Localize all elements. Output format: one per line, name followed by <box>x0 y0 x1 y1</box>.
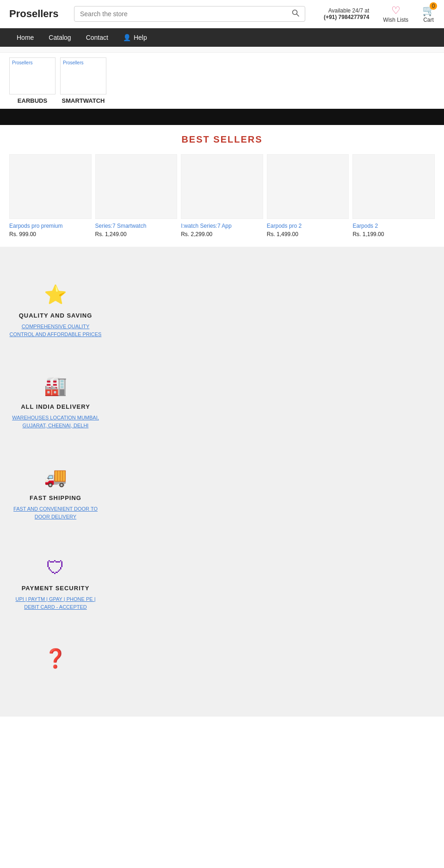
best-sellers-title: BEST SELLERS <box>9 134 435 145</box>
product-price-2: Rs. 2,299.00 <box>181 231 263 237</box>
cart-label: Cart <box>423 17 434 23</box>
product-name-0: Earpods pro premium <box>9 223 92 229</box>
product-img-4 <box>352 154 435 219</box>
nav: Home Catalog Contact 👤 Help <box>0 28 444 47</box>
feature-item-2: 🚚 FAST SHIPPING FAST AND CONVENIENT DOOR… <box>9 448 102 539</box>
smartwatch-img: Prosellers <box>60 57 106 94</box>
help-icon: ❓ <box>44 648 67 669</box>
earbuds-name: EARBUDS <box>9 97 56 104</box>
product-card-3[interactable]: Earpods pro 2 Rs. 1,499.00 <box>267 154 349 237</box>
search-bar[interactable] <box>74 6 305 22</box>
category-section: Prosellers EARBUDS Prosellers SMARTWATCH <box>0 53 444 109</box>
feature-item-3: 🛡 PAYMENT SECURITY UPI | PAYTM | GPAY | … <box>9 539 102 629</box>
best-sellers-section: BEST SELLERS Earpods pro premium Rs. 999… <box>0 125 444 247</box>
warehouse-icon: 🏭 <box>44 375 67 397</box>
features-section: ⭐ QUALITY AND SAVING COMPREHENSIVE QUALI… <box>0 247 444 717</box>
person-icon: 👤 <box>123 34 131 41</box>
product-name-1: Series:7 Smartwatch <box>95 223 178 229</box>
product-img-2 <box>181 154 263 219</box>
breadcrumb <box>0 47 444 53</box>
product-card-4[interactable]: Earpods 2 Rs. 1,199.00 <box>352 154 435 237</box>
product-img-3 <box>267 154 349 219</box>
category-earbuds[interactable]: Prosellers EARBUDS <box>9 57 56 104</box>
cart-button[interactable]: 🛒 0 Cart <box>422 5 435 23</box>
nav-help[interactable]: 👤 Help <box>116 28 154 47</box>
header-right: Available 24/7 at (+91) 7984277974 ♡ Wis… <box>324 5 435 23</box>
earbuds-brand: Prosellers <box>12 60 32 65</box>
feature-desc-3: UPI | PAYTM | GPAY | PHONE PE | DEBIT CA… <box>9 595 102 611</box>
product-card-1[interactable]: Series:7 Smartwatch Rs. 1,249.00 <box>95 154 178 237</box>
truck-icon: 🚚 <box>44 466 67 488</box>
feature-title-0: QUALITY AND SAVING <box>19 312 92 319</box>
feature-item-0: ⭐ QUALITY AND SAVING COMPREHENSIVE QUALI… <box>9 265 102 356</box>
product-price-1: Rs. 1,249.00 <box>95 231 178 237</box>
nav-catalog[interactable]: Catalog <box>41 28 78 47</box>
product-name-4: Earpods 2 <box>352 223 435 229</box>
search-input[interactable] <box>80 10 292 18</box>
feature-desc-1: WAREHOUSES LOCATION MUMBAI, GUJARAT, CHE… <box>9 414 102 429</box>
product-card-2[interactable]: I:watch Series:7 App Rs. 2,299.00 <box>181 154 263 237</box>
search-icon[interactable] <box>292 9 299 19</box>
products-grid: Earpods pro premium Rs. 999.00 Series:7 … <box>9 154 435 237</box>
nav-home[interactable]: Home <box>9 28 41 47</box>
product-price-3: Rs. 1,499.00 <box>267 231 349 237</box>
category-smartwatch[interactable]: Prosellers SMARTWATCH <box>60 57 106 104</box>
nav-contact[interactable]: Contact <box>79 28 116 47</box>
heart-icon: ♡ <box>391 5 401 17</box>
available-text: Available 24/7 at <box>324 7 369 14</box>
feature-item-4: ❓ <box>9 629 102 698</box>
product-price-4: Rs. 1,199.00 <box>352 231 435 237</box>
smartwatch-brand: Prosellers <box>63 60 83 65</box>
feature-desc-0: COMPREHENSIVE QUALITY CONTROL AND AFFORD… <box>9 323 102 338</box>
product-img-1 <box>95 154 178 219</box>
earbuds-img: Prosellers <box>9 57 56 94</box>
product-img-0 <box>9 154 92 219</box>
svg-line-1 <box>297 14 299 17</box>
cart-badge: 0 <box>430 2 437 10</box>
feature-title-2: FAST SHIPPING <box>30 494 81 501</box>
feature-desc-2: FAST AND CONVENIENT DOOR TO DOOR DELIVER… <box>9 505 102 520</box>
header: Prosellers Available 24/7 at (+91) 79842… <box>0 0 444 28</box>
feature-title-1: ALL INDIA DELIVERY <box>21 403 90 410</box>
star-icon: ⭐ <box>44 284 67 306</box>
phone-text: (+91) 7984277974 <box>324 14 369 20</box>
wishlist-button[interactable]: ♡ Wish Lists <box>383 5 408 23</box>
product-price-0: Rs. 999.00 <box>9 231 92 237</box>
black-divider <box>0 109 444 125</box>
contact-info: Available 24/7 at (+91) 7984277974 <box>324 7 369 20</box>
logo: Prosellers <box>9 8 65 20</box>
product-name-2: I:watch Series:7 App <box>181 223 263 229</box>
wishlist-label: Wish Lists <box>383 17 408 23</box>
smartwatch-name: SMARTWATCH <box>60 97 106 104</box>
feature-title-3: PAYMENT SECURITY <box>22 585 90 592</box>
product-card-0[interactable]: Earpods pro premium Rs. 999.00 <box>9 154 92 237</box>
feature-item-1: 🏭 ALL INDIA DELIVERY WAREHOUSES LOCATION… <box>9 356 102 448</box>
product-name-3: Earpods pro 2 <box>267 223 349 229</box>
shield-icon: 🛡 <box>46 557 65 578</box>
nav-help-label: Help <box>134 34 147 41</box>
